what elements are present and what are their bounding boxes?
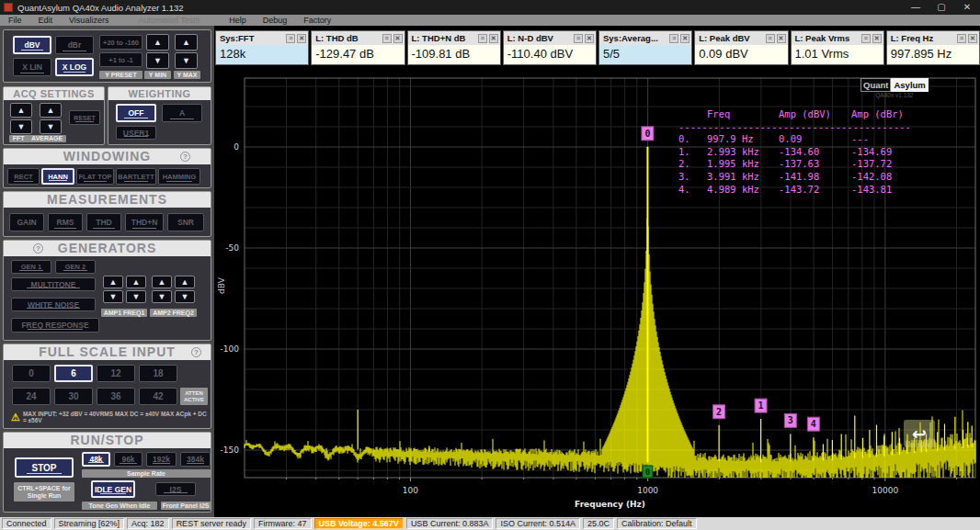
- readout-menu-icon[interactable]: ≡: [669, 34, 678, 43]
- windowing-panel: WINDOWING ? RECT HANN FLAT TOP BARTLETT …: [3, 148, 211, 188]
- fsi-42-button[interactable]: 42: [139, 388, 177, 405]
- spectrum-plot[interactable]: 100100010000Frequency (Hz)0-50-100-150dB…: [214, 65, 980, 517]
- y-range-preset-button[interactable]: +20 to -160: [99, 35, 142, 50]
- reset-button[interactable]: RESET: [69, 110, 100, 125]
- readout-nd-dbv[interactable]: L: N-D dBV ≡✕ -110.40 dBV: [503, 30, 597, 65]
- weighting-off-button[interactable]: OFF: [116, 104, 156, 122]
- readout-value: 5/5: [599, 45, 691, 64]
- measure-snr-button[interactable]: SNR: [167, 213, 204, 231]
- minimize-button[interactable]: —: [903, 0, 929, 15]
- measure-thd-button[interactable]: THD: [86, 213, 121, 231]
- menu-factory[interactable]: Factory: [295, 16, 339, 25]
- y-min-up-arrow[interactable]: ▲: [146, 34, 169, 51]
- fsi-0-button[interactable]: 0: [12, 365, 51, 382]
- fsi-18-button[interactable]: 18: [139, 365, 177, 382]
- y-min-down-arrow[interactable]: ▼: [146, 52, 169, 69]
- menu-visualizers[interactable]: Visualizers: [61, 16, 117, 25]
- fsi-12-button[interactable]: 12: [97, 365, 135, 382]
- stop-button[interactable]: STOP: [15, 457, 74, 478]
- close-button[interactable]: ✕: [954, 0, 980, 15]
- readout-close-icon[interactable]: ✕: [393, 34, 403, 43]
- fsi-6-button[interactable]: 6: [54, 365, 93, 382]
- readout-menu-icon[interactable]: ≡: [286, 34, 295, 43]
- readout-close-icon[interactable]: ✕: [968, 34, 977, 43]
- readout-freq-hz[interactable]: L: Freq Hz ≡✕ 997.895 Hz: [886, 30, 980, 65]
- windowing-bartlett-button[interactable]: BARTLETT: [116, 168, 156, 185]
- y-max-up-arrow[interactable]: ▲: [175, 34, 198, 51]
- menu-file[interactable]: File: [0, 16, 30, 25]
- rate-384k-button[interactable]: 384k: [180, 452, 211, 467]
- average-up-arrow[interactable]: ▲: [40, 103, 62, 118]
- readout-close-icon[interactable]: ✕: [777, 34, 786, 43]
- readout-thd-db[interactable]: L: THD dB ≡✕ -129.47 dB: [311, 30, 405, 65]
- freq1-down-arrow[interactable]: ▼: [126, 290, 146, 303]
- measure-thdn-button[interactable]: THD+N: [125, 213, 164, 231]
- generators-help-icon[interactable]: ?: [33, 243, 43, 254]
- windowing-rect-button[interactable]: RECT: [7, 168, 40, 185]
- measure-rms-button[interactable]: RMS: [48, 213, 83, 231]
- menu-help[interactable]: Help: [221, 16, 255, 25]
- windowing-flattop-button[interactable]: FLAT TOP: [76, 168, 114, 185]
- windowing-hamming-button[interactable]: HAMMING: [158, 168, 200, 185]
- readout-menu-icon[interactable]: ≡: [574, 34, 583, 43]
- readout-sys-averages[interactable]: Sys:Averag... ≡✕ 5/5: [598, 30, 692, 65]
- multitone-button[interactable]: MULTITONE: [11, 277, 96, 291]
- rate-192k-button[interactable]: 192k: [146, 452, 177, 467]
- amp2-up-arrow[interactable]: ▲: [152, 276, 172, 288]
- dbv-button[interactable]: dBV: [13, 36, 51, 54]
- readout-close-icon[interactable]: ✕: [872, 34, 882, 43]
- dbr-button[interactable]: dBr: [55, 36, 94, 54]
- readout-menu-icon[interactable]: ≡: [957, 34, 966, 43]
- freq2-up-arrow[interactable]: ▲: [175, 276, 195, 288]
- weighting-user1-button[interactable]: USER1: [116, 126, 156, 140]
- menu-edit[interactable]: Edit: [30, 16, 62, 25]
- white-noise-button[interactable]: WHITE NOISE: [11, 298, 96, 311]
- readout-peak-vrms[interactable]: L: Peak Vrms ≡✕ 1.01 Vrms: [791, 30, 884, 65]
- readout-menu-icon[interactable]: ≡: [861, 34, 871, 43]
- readout-sys-fft[interactable]: Sys:FFT ≡✕ 128k: [215, 30, 309, 65]
- fft-down-arrow[interactable]: ▼: [10, 119, 32, 134]
- y-range-preset2-button[interactable]: +1 to -1: [99, 52, 142, 67]
- readout-close-icon[interactable]: ✕: [585, 34, 594, 43]
- y-min-label: Y MIN: [144, 71, 171, 79]
- freq1-up-arrow[interactable]: ▲: [126, 276, 146, 288]
- spectrum-svg[interactable]: 100100010000Frequency (Hz)0-50-100-150dB…: [214, 65, 980, 517]
- gen2-button[interactable]: GEN 2: [55, 260, 96, 274]
- windowing-hann-button[interactable]: HANN: [41, 168, 74, 185]
- fsi-30-button[interactable]: 30: [54, 388, 93, 405]
- amp1-up-arrow[interactable]: ▲: [103, 276, 123, 288]
- fsi-help-icon[interactable]: ?: [191, 347, 201, 357]
- average-down-arrow[interactable]: ▼: [40, 119, 62, 134]
- readout-peak-dbv[interactable]: L: Peak dBV ≡✕ 0.09 dBV: [694, 30, 788, 65]
- readout-menu-icon[interactable]: ≡: [766, 34, 775, 43]
- zoom-reset-button[interactable]: ↩: [904, 420, 935, 447]
- rate-48k-button[interactable]: 48k: [82, 452, 110, 467]
- gen1-button[interactable]: GEN 1: [11, 260, 51, 274]
- idle-gen-button[interactable]: IDLE GEN: [91, 480, 135, 498]
- x-lin-button[interactable]: X LIN: [13, 58, 51, 76]
- amp2-down-arrow[interactable]: ▼: [152, 290, 172, 303]
- maximize-button[interactable]: ▢: [929, 0, 954, 15]
- rate-96k-button[interactable]: 96k: [114, 452, 142, 467]
- harmonics-table-text: 4.989 kHz: [707, 184, 759, 195]
- x-log-button[interactable]: X LOG: [55, 58, 94, 76]
- harmonics-table-text: 4.: [678, 184, 690, 195]
- freq2-down-arrow[interactable]: ▼: [175, 290, 195, 303]
- readout-close-icon[interactable]: ✕: [297, 34, 306, 43]
- menu-debug[interactable]: Debug: [255, 16, 296, 25]
- amp1-down-arrow[interactable]: ▼: [103, 290, 123, 303]
- freq-response-button[interactable]: FREQ RESPONSE: [11, 318, 99, 333]
- readout-close-icon[interactable]: ✕: [489, 34, 498, 43]
- fsi-36-button[interactable]: 36: [97, 388, 135, 405]
- readout-menu-icon[interactable]: ≡: [382, 34, 392, 43]
- i2s-button[interactable]: I2S: [155, 482, 196, 496]
- fft-up-arrow[interactable]: ▲: [10, 103, 32, 118]
- readout-menu-icon[interactable]: ≡: [478, 34, 487, 43]
- fsi-24-button[interactable]: 24: [12, 388, 51, 405]
- windowing-help-icon[interactable]: ?: [180, 152, 190, 162]
- y-max-down-arrow[interactable]: ▼: [175, 52, 198, 69]
- weighting-a-button[interactable]: A: [162, 104, 202, 122]
- readout-thdn-db[interactable]: L: THD+N dB ≡✕ -109.81 dB: [407, 30, 501, 65]
- measure-gain-button[interactable]: GAIN: [9, 213, 44, 231]
- readout-close-icon[interactable]: ✕: [680, 34, 689, 43]
